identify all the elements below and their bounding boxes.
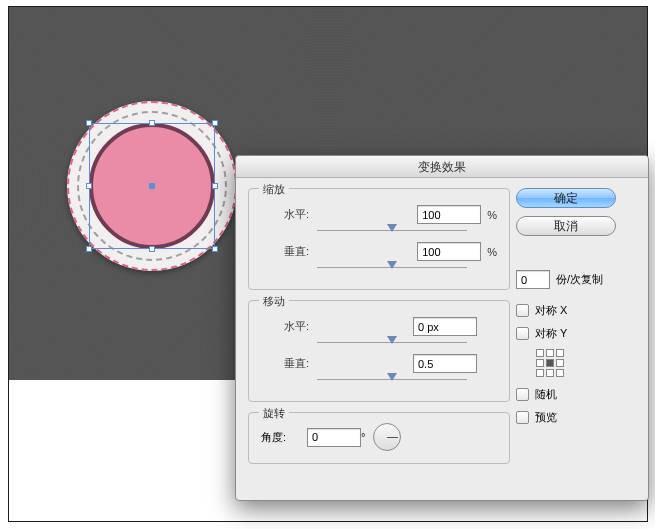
dialog-title: 变换效果: [236, 156, 648, 178]
angle-dial[interactable]: [373, 423, 401, 451]
scale-h-label: 水平:: [261, 207, 317, 222]
reflect-x-label: 对称 X: [535, 303, 567, 318]
selection-handle[interactable]: [86, 120, 92, 126]
selection-handle[interactable]: [86, 183, 92, 189]
rotate-legend: 旋转: [259, 406, 289, 421]
move-h-slider[interactable]: [317, 338, 467, 348]
angle-label: 角度:: [261, 430, 307, 445]
scale-v-input[interactable]: [417, 242, 481, 261]
move-group: 移动 水平: 垂直:: [248, 300, 510, 402]
selection-handle[interactable]: [212, 120, 218, 126]
copies-label: 份/次复制: [556, 272, 603, 287]
app-frame: 变换效果 缩放 水平: % 垂直:: [8, 6, 648, 522]
selection-center[interactable]: [149, 183, 155, 189]
reflect-x-checkbox[interactable]: 对称 X: [516, 303, 630, 318]
scale-v-unit: %: [487, 246, 497, 258]
scale-h-input[interactable]: [417, 205, 481, 224]
angle-unit: °: [361, 431, 365, 443]
selection-handle[interactable]: [212, 246, 218, 252]
angle-input[interactable]: [307, 428, 361, 447]
reflect-y-label: 对称 Y: [535, 326, 567, 341]
scale-h-unit: %: [487, 209, 497, 221]
transform-effect-dialog: 变换效果 缩放 水平: % 垂直:: [235, 155, 649, 501]
selection-handle[interactable]: [86, 246, 92, 252]
random-label: 随机: [535, 387, 557, 402]
cancel-button[interactable]: 取消: [516, 216, 616, 236]
scale-v-slider[interactable]: [317, 263, 467, 273]
selection-bounding-box[interactable]: [89, 123, 215, 249]
move-v-input[interactable]: [413, 354, 477, 373]
anchor-point-grid[interactable]: [536, 349, 566, 379]
rotate-group: 旋转 角度: °: [248, 412, 510, 464]
scale-legend: 缩放: [259, 182, 289, 197]
selection-handle[interactable]: [149, 246, 155, 252]
anchor-center[interactable]: [546, 359, 554, 367]
scale-v-label: 垂直:: [261, 244, 317, 259]
ok-button[interactable]: 确定: [516, 188, 616, 208]
scale-h-slider[interactable]: [317, 226, 467, 236]
move-v-slider[interactable]: [317, 375, 467, 385]
move-legend: 移动: [259, 294, 289, 309]
move-h-input[interactable]: [413, 317, 477, 336]
copies-input[interactable]: [516, 270, 550, 289]
selection-handle[interactable]: [212, 183, 218, 189]
reflect-y-checkbox[interactable]: 对称 Y: [516, 326, 630, 341]
random-checkbox[interactable]: 随机: [516, 387, 630, 402]
move-v-label: 垂直:: [261, 356, 317, 371]
preview-checkbox[interactable]: 预览: [516, 410, 630, 425]
scale-group: 缩放 水平: % 垂直: %: [248, 188, 510, 290]
selection-handle[interactable]: [149, 120, 155, 126]
move-h-label: 水平:: [261, 319, 317, 334]
preview-label: 预览: [535, 410, 557, 425]
